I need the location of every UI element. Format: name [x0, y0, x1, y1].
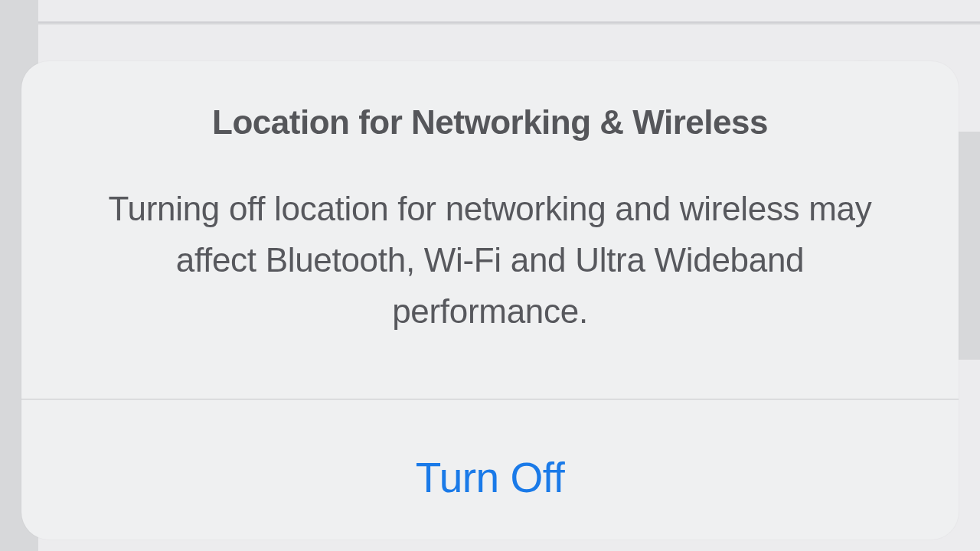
alert-sheet: Location for Networking & Wireless Turni… [21, 61, 959, 540]
alert-message: Turning off location for networking and … [75, 184, 905, 337]
alert-content: Location for Networking & Wireless Turni… [21, 61, 959, 399]
settings-row [38, 0, 980, 23]
turn-off-button-label: Turn Off [416, 453, 565, 502]
turn-off-button[interactable]: Turn Off [21, 399, 959, 540]
alert-title: Location for Networking & Wireless [75, 103, 905, 142]
